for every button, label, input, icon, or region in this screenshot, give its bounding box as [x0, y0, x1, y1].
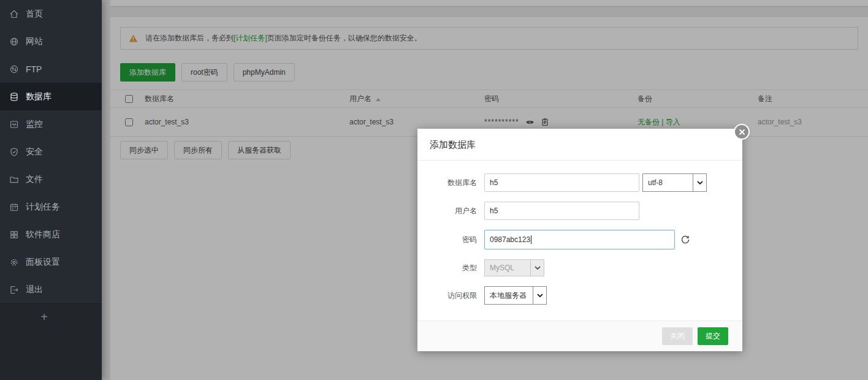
- dialog-form: 数据库名 utf-8 用户名 密码 0987abc123 类型 MySQL: [417, 161, 742, 305]
- charset-selected-value: utf-8: [643, 174, 693, 191]
- sidebar-item-label: 监控: [26, 119, 43, 130]
- chevron-down-icon: [533, 287, 546, 304]
- logout-icon: [9, 285, 19, 295]
- add-database-dialog: 添加数据库 数据库名 utf-8 用户名 密码 0987abc123 类型: [417, 129, 742, 351]
- close-icon[interactable]: [734, 124, 750, 140]
- charset-select[interactable]: utf-8: [642, 173, 707, 192]
- sidebar-nav: 首页 网站 FTP 数据库 监控 安全 文件 计划任务: [0, 0, 102, 304]
- database-icon: [9, 92, 19, 102]
- username-input[interactable]: [484, 202, 639, 220]
- sidebar-item-label: 退出: [26, 284, 43, 295]
- sidebar-item-database[interactable]: 数据库: [0, 83, 102, 110]
- sidebar-item-label: 文件: [26, 174, 43, 185]
- chevron-down-icon: [693, 174, 706, 191]
- db-type-select[interactable]: MySQL: [484, 259, 544, 276]
- db-type-selected-value: MySQL: [485, 260, 530, 276]
- sidebar-item-security[interactable]: 安全: [0, 138, 102, 165]
- sidebar-item-settings[interactable]: 面板设置: [0, 248, 102, 276]
- password-value: 0987abc123: [490, 235, 530, 244]
- sidebar-item-appstore[interactable]: 软件商店: [0, 221, 102, 248]
- access-selected-value: 本地服务器: [485, 287, 533, 304]
- password-input[interactable]: 0987abc123: [484, 230, 675, 249]
- sidebar-item-files[interactable]: 文件: [0, 165, 102, 193]
- db-name-input[interactable]: [484, 173, 639, 192]
- shield-icon: [9, 147, 19, 157]
- folder-icon: [9, 175, 19, 184]
- access-select[interactable]: 本地服务器: [484, 286, 547, 305]
- sidebar-item-label: 网站: [26, 36, 43, 47]
- sidebar-item-label: 首页: [26, 9, 43, 20]
- monitor-icon: [9, 120, 19, 129]
- db-name-label: 数据库名: [430, 178, 484, 188]
- sidebar: 首页 网站 FTP 数据库 监控 安全 文件 计划任务: [0, 0, 102, 380]
- dialog-title: 添加数据库: [417, 129, 742, 161]
- access-label: 访问权限: [430, 291, 484, 301]
- close-button[interactable]: 关闭: [662, 327, 693, 345]
- sidebar-item-label: 面板设置: [26, 257, 60, 268]
- type-label: 类型: [430, 263, 484, 273]
- sidebar-item-label: 数据库: [26, 91, 51, 102]
- sidebar-item-label: 软件商店: [26, 229, 60, 240]
- home-icon: [9, 9, 19, 19]
- sidebar-item-monitor[interactable]: 监控: [0, 110, 102, 138]
- username-label: 用户名: [430, 206, 484, 216]
- regenerate-password-icon[interactable]: [680, 235, 690, 245]
- ftp-icon: [9, 64, 19, 74]
- sidebar-item-home[interactable]: 首页: [0, 0, 102, 28]
- gear-icon: [9, 257, 19, 267]
- sidebar-item-cron[interactable]: 计划任务: [0, 193, 102, 221]
- globe-icon: [9, 37, 19, 47]
- sidebar-item-logout[interactable]: 退出: [0, 276, 102, 303]
- submit-button[interactable]: 提交: [698, 327, 728, 345]
- sidebar-item-website[interactable]: 网站: [0, 28, 102, 55]
- dialog-footer: 关闭 提交: [417, 321, 742, 351]
- sidebar-add-button[interactable]: +: [0, 304, 88, 330]
- sidebar-item-label: 计划任务: [26, 202, 60, 213]
- sidebar-item-label: 安全: [26, 146, 43, 158]
- password-label: 密码: [430, 235, 484, 245]
- sidebar-item-label: FTP: [26, 64, 42, 74]
- chevron-down-icon: [530, 260, 544, 276]
- sidebar-item-ftp[interactable]: FTP: [0, 55, 102, 83]
- calendar-icon: [9, 202, 19, 212]
- grid-icon: [9, 230, 19, 240]
- text-caret: [531, 235, 531, 244]
